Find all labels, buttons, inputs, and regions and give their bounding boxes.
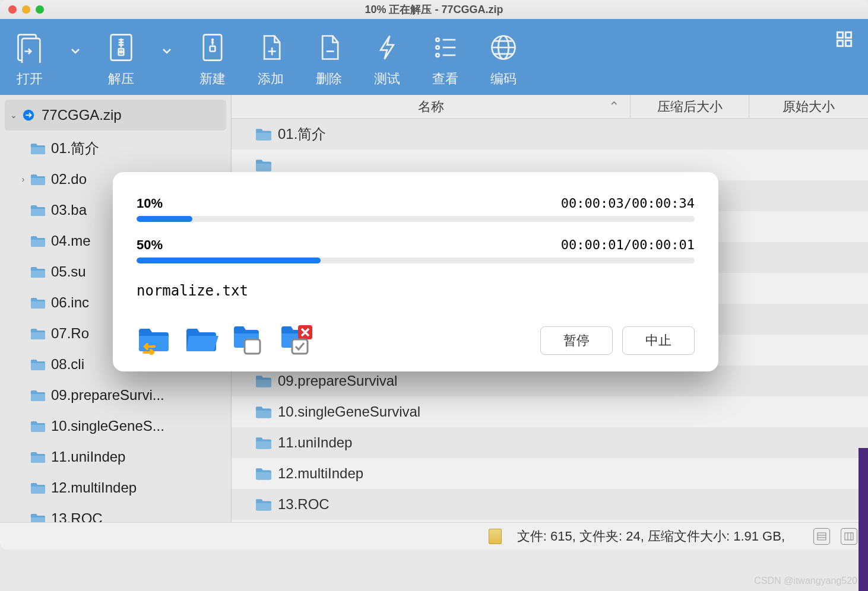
svg-rect-21	[292, 339, 308, 354]
overall-time: 00:00:03/00:00:34	[561, 196, 695, 211]
folder-unchecked-icon[interactable]	[232, 323, 266, 355]
file-time: 00:00:01/00:00:01	[561, 237, 695, 253]
open-folder-icon[interactable]	[184, 323, 218, 355]
progress-dialog: 10% 00:00:03/00:00:34 50% 00:00:01/00:00…	[113, 172, 718, 371]
file-progress: 50% 00:00:01/00:00:01	[137, 237, 695, 263]
open-destination-icon[interactable]	[137, 323, 171, 355]
overall-percent: 10%	[137, 196, 163, 211]
folder-close-checked-icon[interactable]	[279, 323, 313, 355]
file-percent: 50%	[137, 237, 163, 253]
overall-progress: 10% 00:00:03/00:00:34	[137, 196, 695, 222]
pause-button[interactable]: 暂停	[540, 326, 613, 355]
stop-button[interactable]: 中止	[622, 326, 695, 355]
current-file: normalize.txt	[137, 282, 695, 299]
svg-rect-19	[245, 339, 260, 354]
file-progress-bar	[137, 258, 695, 263]
overall-progress-bar	[137, 216, 695, 222]
watermark: CSDN @itwangyang520	[754, 576, 857, 586]
